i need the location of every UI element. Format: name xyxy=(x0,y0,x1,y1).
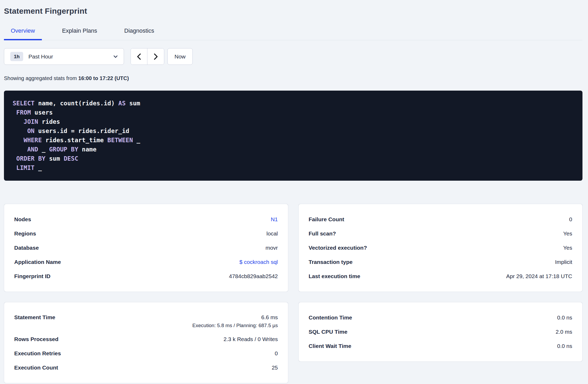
tab-overview[interactable]: Overview xyxy=(4,28,42,40)
stats-line-range: 16:00 to 17:22 (UTC) xyxy=(78,75,129,81)
time-range-dropdown[interactable]: 1h Past Hour xyxy=(4,48,124,65)
execution-retries-label: Execution Retries xyxy=(14,350,61,357)
last-execution-time-row: Last execution time Apr 29, 2024 at 17:1… xyxy=(309,269,572,283)
regions-value: local xyxy=(266,230,278,237)
execution-count-label: Execution Count xyxy=(14,365,58,371)
database-label: Database xyxy=(14,245,39,251)
contention-time-value: 0.0 ns xyxy=(557,314,572,321)
vectorized-execution-label: Vectorized execution? xyxy=(309,245,367,251)
chevron-left-icon xyxy=(136,53,142,61)
statement-timing-card: Statement Time 6.6 ms Execution: 5.8 ms … xyxy=(4,302,288,383)
aggregated-stats-line: Showing aggregated stats from 16:00 to 1… xyxy=(4,75,582,81)
failure-count-value: 0 xyxy=(569,216,572,223)
sql-statement-box: SELECT name, count(rides.id) AS sum FROM… xyxy=(4,91,582,181)
failure-count-label: Failure Count xyxy=(309,216,344,223)
now-button[interactable]: Now xyxy=(167,48,193,65)
statement-details-card: Nodes N1 Regions local Database movr App… xyxy=(4,204,288,292)
fingerprint-id-value: 4784cb829aab2542 xyxy=(229,273,278,279)
transaction-type-value: Implicit xyxy=(555,259,572,265)
transaction-type-row: Transaction type Implicit xyxy=(309,255,572,269)
fingerprint-id-label: Fingerprint ID xyxy=(14,273,51,279)
time-range-label: Past Hour xyxy=(28,53,53,60)
rows-processed-row: Rows Processed 2.3 k Reads / 0 Writes xyxy=(14,332,278,346)
full-scan-label: Full scan? xyxy=(309,230,336,237)
contention-time-label: Contention Time xyxy=(309,314,352,321)
statement-time-label: Statement Time xyxy=(14,314,55,321)
application-name-row: Application Name $ cockroach sql xyxy=(14,255,278,269)
transaction-type-label: Transaction type xyxy=(309,259,353,265)
client-wait-time-label: Client Wait Time xyxy=(309,343,351,349)
tab-diagnostics[interactable]: Diagnostics xyxy=(117,28,161,40)
execution-retries-value: 0 xyxy=(275,350,278,357)
sql-statement-code: SELECT name, count(rides.id) AS sum FROM… xyxy=(13,99,575,173)
full-scan-row: Full scan? Yes xyxy=(309,227,572,241)
rows-processed-label: Rows Processed xyxy=(14,336,58,342)
vectorized-execution-row: Vectorized execution? Yes xyxy=(309,241,572,255)
time-range-badge: 1h xyxy=(10,52,23,61)
execution-attributes-card: Failure Count 0 Full scan? Yes Vectorize… xyxy=(298,204,583,292)
chevron-right-icon xyxy=(152,53,159,61)
statement-time-value: 6.6 ms xyxy=(192,314,278,321)
last-execution-time-label: Last execution time xyxy=(309,273,360,279)
wait-time-card: Contention Time 0.0 ns SQL CPU Time 2.0 … xyxy=(298,302,583,362)
statement-time-detail: Execution: 5.8 ms / Planning: 687.5 µs xyxy=(192,323,278,328)
tab-bar: Overview Explain Plans Diagnostics xyxy=(4,28,582,40)
time-controls: 1h Past Hour xyxy=(4,48,582,65)
page-title: Statement Fingerprint xyxy=(4,6,582,16)
statement-fingerprint-page: Statement Fingerprint Overview Explain P… xyxy=(0,6,588,383)
sql-cpu-time-label: SQL CPU Time xyxy=(309,329,347,335)
application-name-link[interactable]: $ cockroach sql xyxy=(240,259,278,265)
stats-line-prefix: Showing aggregated stats from xyxy=(4,75,78,81)
nodes-link[interactable]: N1 xyxy=(271,216,278,222)
tab-explain-plans-label: Explain Plans xyxy=(62,27,97,34)
execution-retries-row: Execution Retries 0 xyxy=(14,346,278,361)
last-execution-time-value: Apr 29, 2024 at 17:18 UTC xyxy=(506,273,572,279)
prev-time-button[interactable] xyxy=(131,48,147,65)
fingerprint-id-row: Fingerprint ID 4784cb829aab2542 xyxy=(14,269,278,283)
failure-count-row: Failure Count 0 xyxy=(309,212,572,227)
database-value: movr xyxy=(266,245,278,251)
tab-overview-label: Overview xyxy=(11,27,35,34)
vectorized-execution-value: Yes xyxy=(563,245,572,251)
client-wait-time-row: Client Wait Time 0.0 ns xyxy=(309,339,572,353)
execution-count-value: 25 xyxy=(272,365,278,371)
execution-count-row: Execution Count 25 xyxy=(14,361,278,375)
next-time-button[interactable] xyxy=(147,48,164,65)
chevron-down-icon xyxy=(113,54,118,60)
nodes-label: Nodes xyxy=(14,216,31,223)
regions-row: Regions local xyxy=(14,227,278,241)
regions-label: Regions xyxy=(14,230,36,237)
sql-cpu-time-value: 2.0 ms xyxy=(556,329,572,335)
contention-time-row: Contention Time 0.0 ns xyxy=(309,311,572,325)
sql-cpu-time-row: SQL CPU Time 2.0 ms xyxy=(309,325,572,339)
nodes-row: Nodes N1 xyxy=(14,212,278,227)
full-scan-value: Yes xyxy=(563,230,572,237)
summary-cards: Nodes N1 Regions local Database movr App… xyxy=(4,204,582,383)
time-step-group xyxy=(131,48,164,65)
client-wait-time-value: 0.0 ns xyxy=(557,343,572,349)
tab-diagnostics-label: Diagnostics xyxy=(124,27,154,34)
application-name-label: Application Name xyxy=(14,259,61,265)
database-row: Database movr xyxy=(14,241,278,255)
statement-time-row: Statement Time 6.6 ms Execution: 5.8 ms … xyxy=(14,311,278,332)
rows-processed-value: 2.3 k Reads / 0 Writes xyxy=(223,336,278,342)
tab-explain-plans[interactable]: Explain Plans xyxy=(55,28,104,40)
